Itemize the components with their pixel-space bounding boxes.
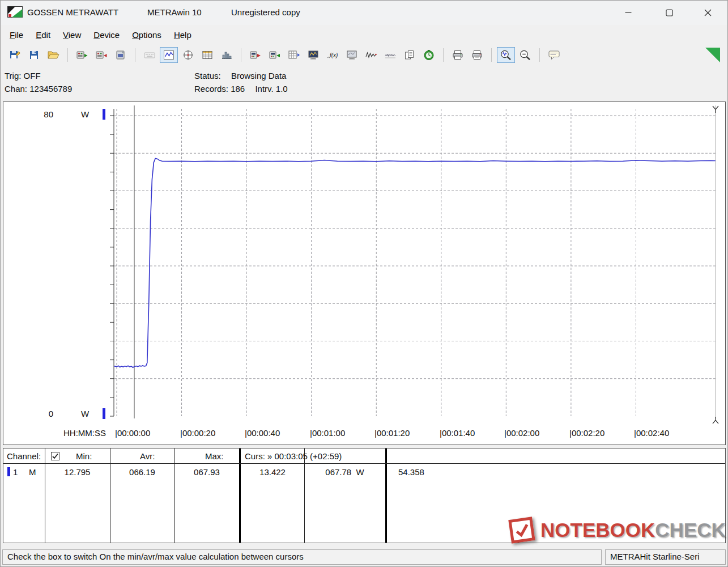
device-receive-icon [269,49,281,61]
x-axis-label: |00:02:00 [504,428,539,438]
chart-panel: 80 W 0 W HH:MM:SS |00:00:00 |00:00:20 |0… [3,101,726,445]
status-value: Browsing Data [231,71,287,81]
device-memory-button[interactable] [285,47,303,63]
svg-text:f(x): f(x) [330,52,338,58]
print-preview-button[interactable] [468,47,486,63]
notebookcheck-check-icon [508,517,535,543]
menu-file[interactable]: File [3,25,29,44]
statusbar-message: Check the box to switch On the min/avr/m… [2,549,602,565]
x-axis-label: |00:02:20 [569,428,604,438]
open-button[interactable] [44,47,62,63]
zoom-out-button[interactable] [516,47,534,63]
zoom-time-icon [500,49,512,61]
column-header-max: Max: [205,451,224,461]
save-as-button[interactable] [25,47,43,63]
x-axis-label: |00:01:00 [310,428,345,438]
maximize-icon [666,9,673,16]
device-send-icon [249,49,262,61]
close-icon [704,9,712,16]
table-display-icon [201,49,214,61]
statusbar-device: METRAHit Starline-Seri [605,549,726,565]
wave-button[interactable] [362,47,380,63]
device-receive-button[interactable] [266,47,284,63]
channel-number-cell: 1 [13,467,18,477]
cursor-2-handle-bottom-icon[interactable] [713,417,718,424]
toolbar: f(x) [0,45,728,65]
menubar: File Edit View Device Options Help [0,25,198,44]
scope-display-button[interactable] [179,47,197,63]
memory-card-button[interactable] [112,47,130,63]
trigger-status: Trig: OFF [5,69,72,82]
x-axis-label: |00:02:40 [634,428,669,438]
channel-mode-cell: M [29,467,36,477]
minmax-checkbox[interactable] [51,452,59,460]
copy-pages-button[interactable] [401,47,419,63]
avr-value-cell: 066.19 [110,467,174,477]
corner-triangle-icon [705,48,720,62]
titlebar-vendor: GOSSEN METRAWATT [27,7,118,17]
plot-area[interactable] [3,102,725,445]
titlebar-license: Unregistered copy [231,7,300,17]
menu-device[interactable]: Device [87,25,126,44]
open-folder-icon [47,49,59,61]
toolbar-separator [135,48,135,62]
wave-noise-button[interactable] [381,47,399,63]
cursor-readout: Curs: » 00:03:05 (+02:59) [245,451,342,461]
close-button[interactable] [692,0,723,25]
column-header-min: Min: [76,451,92,461]
x-axis-title: HH:MM:SS [63,428,106,438]
formula-button[interactable]: f(x) [323,47,342,63]
column-separator [304,448,305,543]
maximize-button[interactable] [653,0,685,25]
memory-card-icon [114,49,127,61]
column-separator [110,448,110,543]
export-device-button[interactable] [73,47,91,63]
timer-icon [423,49,435,61]
menu-edit[interactable]: Edit [29,25,57,44]
timer-button[interactable] [420,47,438,63]
menu-view[interactable]: View [57,25,87,44]
import-device-button[interactable] [92,47,110,63]
print-button[interactable] [449,47,467,63]
titlebar: GOSSEN METRAWATT METRAwin 10 Unregistere… [0,0,728,25]
toolbar-separator [443,48,444,62]
numeric-display-button[interactable] [141,47,159,63]
export-device-icon [76,49,88,61]
histogram-display-button[interactable] [218,47,236,63]
status-label: Status: [194,71,221,81]
monitor-button[interactable] [304,47,322,63]
x-axis-label: |00:00:40 [245,428,280,438]
x-axis-label: |00:01:40 [440,428,475,438]
menu-help[interactable]: Help [168,25,198,44]
print-icon [452,49,464,61]
x-axis-label: |00:00:20 [180,428,215,438]
import-device-icon [95,49,108,61]
hint-button[interactable] [545,47,563,63]
checkmark-icon [52,452,59,460]
zoom-out-icon [519,49,531,61]
watermark-notebook: NOTEBOOK [540,519,655,541]
minimize-icon [625,9,632,16]
hint-icon [548,49,560,61]
cursor-section-separator [239,448,241,543]
copy-pages-icon [403,49,416,61]
toolbar-separator [67,48,68,62]
save-button[interactable] [6,47,24,63]
chart-display-icon [163,49,175,61]
column-header-avr: Avr: [140,451,155,461]
chart-display-button[interactable] [160,47,178,63]
grid-layer [110,109,716,416]
monitor-offline-icon [346,49,358,61]
monitor-icon [307,49,320,61]
device-send-button[interactable] [246,47,265,63]
scope-display-icon [182,49,194,61]
menu-options[interactable]: Options [126,25,168,44]
monitor-offline-button[interactable] [343,47,361,63]
status-records-info: Status: Browsing Data Records: 186 Intrv… [194,69,288,95]
zoom-time-button[interactable] [497,47,515,63]
channel-color-marker [7,467,10,476]
data-layer [114,159,715,368]
minimize-button[interactable] [612,0,644,25]
save-icon [8,49,21,61]
table-display-button[interactable] [198,47,216,63]
